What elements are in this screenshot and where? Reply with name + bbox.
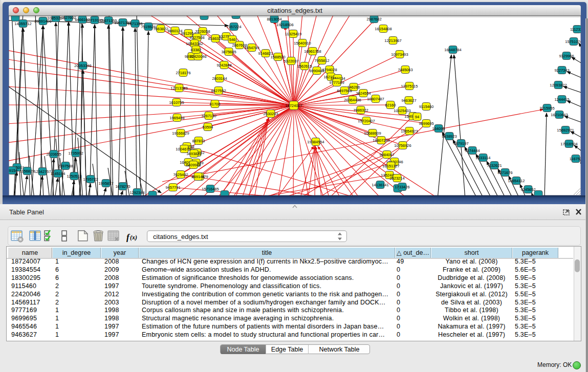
svg-text:(x): (x) (130, 234, 137, 241)
svg-text:9242848: 9242848 (216, 63, 231, 68)
svg-text:18724007: 18724007 (285, 103, 302, 108)
svg-text:7663822: 7663822 (153, 27, 168, 31)
svg-text:16543382: 16543382 (186, 41, 203, 46)
svg-text:3215955: 3215955 (539, 106, 554, 111)
svg-text:1610755: 1610755 (169, 100, 184, 105)
svg-text:1733426: 1733426 (395, 185, 409, 189)
svg-text:6794028: 6794028 (322, 68, 337, 72)
svg-text:1244415: 1244415 (554, 97, 569, 102)
svg-text:9327508: 9327508 (189, 35, 204, 40)
svg-text:3875685: 3875685 (221, 50, 236, 54)
svg-text:16648784: 16648784 (444, 48, 461, 52)
svg-text:3624554: 3624554 (356, 91, 371, 96)
svg-text:20364436: 20364436 (344, 98, 361, 102)
svg-text:8427552: 8427552 (211, 89, 226, 93)
svg-text:18807249: 18807249 (373, 138, 389, 143)
svg-text:1562615: 1562615 (297, 64, 312, 69)
svg-text:2530203: 2530203 (263, 112, 278, 116)
svg-text:2803144: 2803144 (212, 76, 227, 81)
svg-text:6497568: 6497568 (337, 89, 352, 93)
svg-text:1671355: 1671355 (127, 21, 142, 26)
svg-text:116753: 116753 (570, 157, 581, 161)
svg-text:1678275: 1678275 (115, 184, 130, 189)
svg-text:7986322: 7986322 (353, 108, 368, 113)
svg-text:1795722: 1795722 (83, 177, 98, 182)
svg-text:164095: 164095 (432, 126, 445, 131)
svg-text:9245652: 9245652 (520, 187, 535, 192)
svg-text:546: 546 (229, 37, 236, 42)
svg-text:1112334: 1112334 (570, 27, 581, 32)
svg-text:1250513: 1250513 (67, 174, 81, 179)
svg-text:12342757: 12342757 (34, 169, 51, 174)
svg-text:887813: 887813 (192, 139, 205, 143)
svg-text:1145194: 1145194 (51, 171, 66, 176)
svg-text:8454749: 8454749 (244, 46, 259, 50)
svg-text:19384554: 19384554 (307, 140, 324, 144)
svg-text:12093822: 12093822 (550, 83, 567, 87)
svg-text:7632621: 7632621 (487, 163, 502, 168)
svg-text:9115460: 9115460 (419, 104, 434, 109)
svg-text:10973493: 10973493 (391, 52, 408, 57)
svg-text:17016504: 17016504 (560, 142, 577, 146)
svg-text:10025433: 10025433 (394, 108, 410, 113)
svg-text:2397588: 2397588 (58, 164, 73, 168)
svg-text:2020655: 2020655 (46, 152, 61, 157)
svg-text:12213389: 12213389 (170, 86, 187, 91)
svg-text:1588520: 1588520 (270, 55, 285, 59)
svg-text:16210643: 16210643 (551, 113, 568, 117)
svg-text:2523214: 2523214 (389, 176, 404, 181)
svg-text:6409948: 6409948 (186, 163, 201, 167)
svg-text:14136141: 14136141 (372, 183, 388, 187)
svg-text:9457791: 9457791 (165, 185, 180, 190)
svg-text:12975115: 12975115 (401, 84, 418, 89)
svg-text:7357224: 7357224 (226, 25, 241, 29)
svg-text:16961758: 16961758 (304, 49, 321, 54)
svg-text:20053346: 20053346 (74, 63, 91, 68)
svg-text:39154: 39154 (9, 168, 17, 173)
svg-text:7955812: 7955812 (314, 58, 329, 63)
svg-text:5322037: 5322037 (284, 59, 298, 63)
svg-text:15720407: 15720407 (358, 119, 375, 123)
svg-text:8471676: 8471676 (497, 170, 512, 175)
svg-text:1965498: 1965498 (169, 116, 184, 120)
svg-text:7625402: 7625402 (173, 172, 188, 177)
svg-text:62160: 62160 (385, 103, 396, 107)
svg-text:12213967: 12213967 (384, 38, 401, 43)
svg-text:1735992: 1735992 (68, 151, 83, 156)
svg-text:8860124: 8860124 (167, 29, 182, 33)
svg-text:19166829: 19166829 (172, 131, 189, 136)
svg-text:2718176: 2718176 (176, 71, 190, 75)
svg-text:10756926: 10756926 (394, 143, 411, 148)
svg-text:10654112: 10654112 (508, 179, 525, 183)
svg-text:9699695: 9699695 (419, 121, 433, 126)
svg-text:9227343: 9227343 (554, 68, 569, 73)
svg-text:15692971: 15692971 (557, 128, 574, 133)
svg-text:22420046: 22420046 (189, 54, 206, 59)
svg-text:3226058: 3226058 (195, 29, 210, 34)
svg-text:1995817: 1995817 (98, 181, 113, 186)
svg-text:6879197: 6879197 (453, 141, 468, 146)
svg-text:15716485: 15716485 (202, 187, 219, 191)
svg-text:10807487: 10807487 (367, 97, 384, 101)
svg-text:169144: 169144 (191, 174, 204, 179)
svg-text:2933114: 2933114 (476, 156, 491, 160)
svg-text:9474444: 9474444 (465, 148, 480, 153)
svg-text:3267130: 3267130 (201, 114, 216, 118)
svg-text:9777169: 9777169 (329, 80, 344, 85)
svg-text:10688609: 10688609 (364, 131, 381, 136)
svg-text:15751074: 15751074 (565, 39, 581, 44)
svg-text:41700: 41700 (210, 102, 221, 106)
svg-text:11325419: 11325419 (285, 32, 302, 36)
svg-text:14055712: 14055712 (14, 21, 31, 26)
svg-text:83382: 83382 (191, 48, 202, 52)
svg-text:53594: 53594 (203, 125, 213, 129)
svg-text:1292344: 1292344 (129, 190, 144, 195)
svg-text:9084067: 9084067 (379, 152, 394, 157)
svg-text:15640910: 15640910 (294, 41, 311, 46)
svg-text:19218506: 19218506 (276, 23, 293, 27)
svg-text:9329966: 9329966 (559, 54, 574, 58)
svg-text:8938923: 8938923 (442, 134, 456, 139)
svg-text:16154808: 16154808 (375, 27, 391, 31)
svg-text:7485063: 7485063 (398, 68, 412, 72)
svg-text:94: 94 (415, 115, 419, 119)
